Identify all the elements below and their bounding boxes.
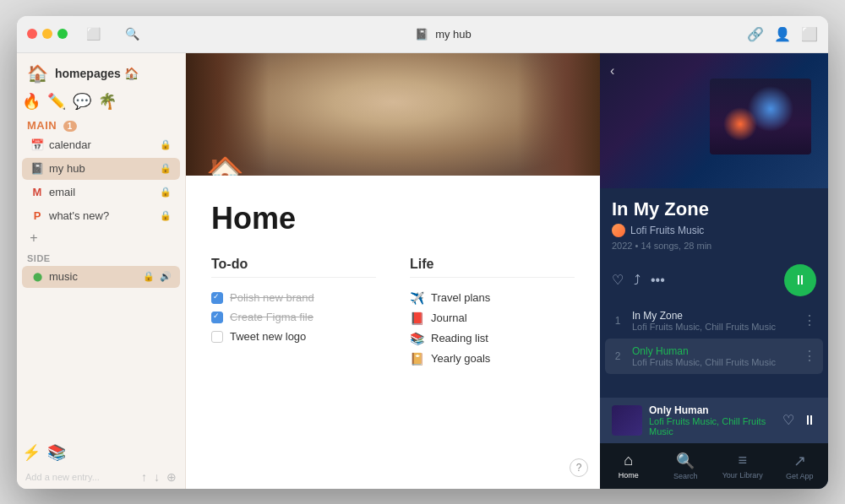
palm-icon[interactable]: 🌴 <box>98 92 117 111</box>
heart-icon[interactable]: ♡ <box>612 272 624 288</box>
nav-library[interactable]: ≡ Your Library <box>714 448 771 484</box>
artist-avatar <box>612 224 625 237</box>
arrow-down-icon[interactable]: ↓ <box>154 470 160 484</box>
sidebar-item-label: my hub <box>49 162 155 175</box>
track-more-icon[interactable]: ⋮ <box>803 312 816 328</box>
page-emoji: 🏠 <box>206 155 244 176</box>
todo-checkbox-2[interactable] <box>211 312 223 323</box>
tab-icon[interactable]: ⬜ <box>81 25 105 42</box>
getapp-nav-label: Get App <box>786 472 814 480</box>
main-badge: 1 <box>63 121 77 132</box>
nav-search[interactable]: 🔍 Search <box>657 448 715 484</box>
titlebar: ⬜ 🔍 📓 my hub 🔗 👤 ⬜ <box>17 16 828 53</box>
footer-placeholder: Add a new entry... <box>25 472 100 482</box>
split-view-icon[interactable]: ⬜ <box>801 26 818 42</box>
page-columns: To-do Polish new brand Create Figma file… <box>211 257 575 369</box>
sidebar: 🏠 homepages 🏠 🔥 ✏️ 💬 🌴 Main 1 📅 calendar… <box>17 53 186 489</box>
track-artist: Lofi Fruits Music, Chill Fruits Music <box>632 357 794 367</box>
app-window: ⬜ 🔍 📓 my hub 🔗 👤 ⬜ 🏠 homepages 🏠 🔥 ✏️ 💬 … <box>17 16 828 489</box>
sidebar-item-calendar[interactable]: 📅 calendar 🔒 <box>22 134 180 156</box>
sidebar-item-whats-new[interactable]: P what's new? 🔒 <box>22 205 180 227</box>
music-panel: ‹ In My Zone Lofi Fruits Music 2022 • 14… <box>600 53 828 489</box>
music-track-2[interactable]: 2 Only Human Lofi Fruits Music, Chill Fr… <box>605 339 823 374</box>
help-button[interactable]: ? <box>570 458 588 477</box>
reading-emoji: 📚 <box>410 332 424 345</box>
library-nav-icon: ≡ <box>738 452 747 469</box>
sidebar-item-music[interactable]: ⬤ music 🔒 🔊 <box>22 266 180 288</box>
album-scene <box>710 79 811 154</box>
track-artist: Lofi Fruits Music, Chill Fruits Music <box>632 322 794 332</box>
search-icon[interactable]: 🔍 <box>125 27 139 41</box>
track-name: In My Zone <box>632 310 794 322</box>
pencil-icon[interactable]: ✏️ <box>47 92 66 111</box>
side-section-label: Side <box>27 253 51 263</box>
gmail-icon: M <box>30 186 44 199</box>
nav-get-app[interactable]: ↗ Get App <box>771 448 829 484</box>
sidebar-item-email[interactable]: M email 🔒 <box>22 182 180 203</box>
chat-icon[interactable]: 💬 <box>73 92 91 111</box>
sidebar-bottom: ⚡ 📚 Add a new entry... ↑ ↓ ⊕ <box>17 440 185 489</box>
life-item-travel: ✈️ Travel plans <box>410 288 575 308</box>
music-title: In My Zone <box>612 198 816 220</box>
music-artist-row: Lofi Fruits Music <box>612 224 816 237</box>
page-hero: 🏠 <box>186 53 600 176</box>
lock-icon: 🔒 <box>143 271 155 282</box>
music-track-1[interactable]: 1 In My Zone Lofi Fruits Music, Chill Fr… <box>605 303 823 339</box>
section-side: Side <box>17 248 185 265</box>
book-stack-icon[interactable]: 📚 <box>47 443 66 462</box>
arrow-up-icon[interactable]: ↑ <box>141 470 147 484</box>
now-heart-icon[interactable]: ♡ <box>782 412 794 428</box>
close-button[interactable] <box>27 29 37 39</box>
main-content: 🏠 homepages 🏠 🔥 ✏️ 💬 🌴 Main 1 📅 calendar… <box>17 53 828 489</box>
now-playing-bar: Only Human Lofi Fruits Music, Chill Frui… <box>600 398 828 443</box>
track-more-icon[interactable]: ⋮ <box>803 348 816 364</box>
library-nav-label: Your Library <box>722 471 763 480</box>
todo-checkbox-1[interactable] <box>211 292 223 304</box>
product-icon: P <box>30 209 44 223</box>
sidebar-item-my-hub[interactable]: 📓 my hub 🔒 <box>22 158 180 180</box>
album-art-thumbnail <box>710 79 811 154</box>
life-item-goals: 📔 Yearly goals <box>410 349 575 369</box>
add-section-button[interactable]: + <box>25 230 42 247</box>
life-section-title: Life <box>410 257 575 278</box>
bookmark-icon[interactable]: 🔗 <box>747 26 764 42</box>
todo-checkbox-3[interactable] <box>211 331 223 343</box>
sidebar-footer: Add a new entry... ↑ ↓ ⊕ <box>17 465 185 489</box>
fire-icon[interactable]: 🔥 <box>22 92 41 111</box>
minimize-button[interactable] <box>42 29 52 39</box>
now-playing-name: Only Human <box>649 404 776 416</box>
profile-icon[interactable]: 👤 <box>774 26 791 42</box>
maximize-button[interactable] <box>57 29 68 39</box>
nav-home[interactable]: ⌂ Home <box>600 448 657 484</box>
music-controls: ♡ ⤴ ••• ⏸ <box>600 264 828 303</box>
todo-label-1: Polish new brand <box>230 291 314 304</box>
volume-icon: 🔊 <box>160 271 172 282</box>
lock-icon: 🔒 <box>160 139 172 150</box>
sidebar-bottom-icons: ⚡ 📚 <box>17 440 185 465</box>
hub-icon: 📓 <box>30 162 44 176</box>
music-back-button[interactable]: ‹ <box>610 63 614 79</box>
track-name: Only Human <box>632 345 794 357</box>
more-icon[interactable]: ••• <box>651 273 665 288</box>
music-artist: Lofi Fruits Music <box>630 225 704 236</box>
now-play-icon[interactable]: ⏸ <box>803 413 816 428</box>
page-content: Home To-do Polish new brand Create Figma… <box>186 176 600 489</box>
workspace-title: homepages 🏠 <box>55 67 139 80</box>
main-section-label: Main <box>27 119 57 132</box>
track-number: 2 <box>612 350 624 362</box>
music-meta: 2022 • 14 songs, 28 min <box>612 241 816 251</box>
lock-icon: 🔒 <box>160 187 172 198</box>
todo-label-2: Create Figma file <box>230 311 313 323</box>
sidebar-item-label: music <box>49 270 138 283</box>
circle-plus-icon[interactable]: ⊕ <box>166 470 177 484</box>
music-track-list: 1 In My Zone Lofi Fruits Music, Chill Fr… <box>600 303 828 398</box>
track-number: 1 <box>612 315 624 327</box>
life-label-travel: Travel plans <box>431 291 490 304</box>
share-icon[interactable]: ⤴ <box>634 273 641 288</box>
play-pause-button[interactable]: ⏸ <box>784 264 816 296</box>
life-item-reading: 📚 Reading list <box>410 328 575 349</box>
title-icon: 📓 <box>415 28 428 41</box>
bolt-icon[interactable]: ⚡ <box>22 443 41 462</box>
music-info: In My Zone Lofi Fruits Music 2022 • 14 s… <box>600 188 828 264</box>
sidebar-item-label: email <box>49 186 155 198</box>
